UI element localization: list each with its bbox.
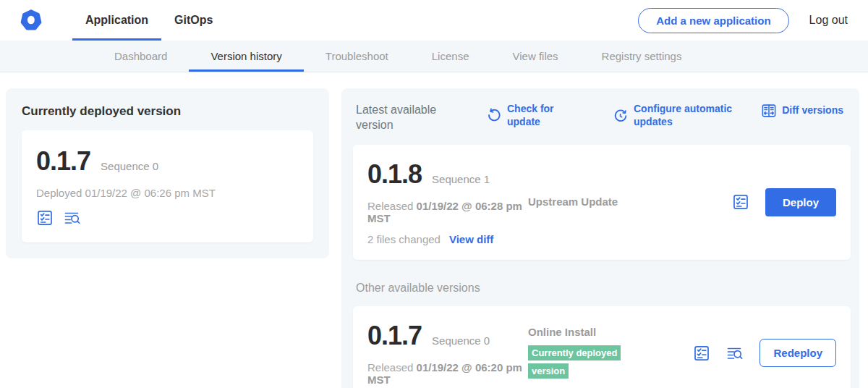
latest-sequence-label: Sequence 1: [432, 173, 490, 185]
latest-available-panel: Latest available version Check for updat…: [341, 88, 859, 388]
diff-versions-button[interactable]: Diff versions: [761, 103, 843, 119]
latest-source-label: Upstream Update: [528, 195, 618, 208]
latest-version-number: 0.1.8: [367, 159, 422, 190]
top-navbar: Application GitOps Add a new application…: [0, 0, 868, 41]
view-diff-link[interactable]: View diff: [449, 233, 493, 245]
refresh-icon: [486, 108, 502, 124]
other-released-timestamp: Released 01/19/22 @ 06:20 pm MST: [367, 361, 525, 386]
redeploy-button[interactable]: Redeploy: [760, 339, 836, 367]
subnav-item-troubleshoot[interactable]: Troubleshoot: [304, 41, 410, 72]
view-logs-icon[interactable]: [726, 345, 744, 362]
other-sequence-label: Sequence 0: [432, 334, 490, 347]
logout-link[interactable]: Log out: [809, 14, 848, 27]
sub-navbar: Dashboard Version history Troubleshoot L…: [0, 41, 868, 72]
currently-deployed-panel: Currently deployed version 0.1.7 Sequenc…: [6, 88, 329, 258]
deployed-version-card: 0.1.7 Sequence 0 Deployed 01/19/22 @ 06:…: [22, 130, 313, 242]
release-notes-checklist-icon[interactable]: [732, 193, 749, 211]
files-changed-label: 2 files changed: [367, 233, 441, 245]
deployed-sequence-label: Sequence 0: [101, 160, 158, 172]
topnav-tabs: Application GitOps: [72, 0, 226, 41]
latest-version-card: 0.1.8 Sequence 1 Released 01/19/22 @ 06:…: [353, 145, 851, 260]
release-notes-checklist-icon[interactable]: [36, 209, 54, 227]
other-version-number: 0.1.7: [367, 321, 422, 351]
tab-application[interactable]: Application: [72, 0, 161, 41]
other-source-label: Online Install: [528, 326, 693, 338]
app-logo[interactable]: [20, 0, 42, 41]
deploy-button[interactable]: Deploy: [765, 188, 836, 216]
add-application-button[interactable]: Add a new application: [638, 8, 788, 33]
release-notes-checklist-icon[interactable]: [693, 345, 710, 362]
configure-automatic-updates-label: Configure automatic updates: [634, 103, 735, 128]
currently-deployed-badge: Currently deployed version: [528, 345, 621, 379]
check-for-update-label: Check for update: [507, 103, 562, 128]
configure-automatic-updates-button[interactable]: Configure automatic updates: [613, 103, 735, 128]
deployed-version-number: 0.1.7: [36, 146, 90, 177]
deployed-timestamp: Deployed 01/19/22 @ 06:26 pm MST: [36, 187, 299, 199]
other-available-versions-title: Other available versions: [356, 282, 848, 295]
latest-available-title: Latest available version: [356, 103, 450, 133]
diff-table-icon: [761, 103, 777, 119]
app-logo-heptagon-icon: [20, 9, 42, 31]
auto-refresh-clock-icon: [613, 108, 629, 124]
latest-released-timestamp: Released 01/19/22 @ 06:28 pm MST: [367, 200, 525, 224]
check-for-update-button[interactable]: Check for update: [486, 103, 562, 128]
subnav-item-license[interactable]: License: [410, 41, 491, 72]
diff-versions-label: Diff versions: [782, 104, 843, 117]
other-version-card: 0.1.7 Sequence 0 Released 01/19/22 @ 06:…: [353, 306, 851, 388]
currently-deployed-title: Currently deployed version: [22, 104, 313, 119]
main-content: Currently deployed version 0.1.7 Sequenc…: [0, 72, 868, 388]
tab-gitops[interactable]: GitOps: [161, 0, 226, 41]
subnav-item-dashboard[interactable]: Dashboard: [93, 41, 189, 72]
view-logs-icon[interactable]: [64, 209, 81, 227]
subnav-item-version-history[interactable]: Version history: [189, 41, 303, 72]
subnav-item-registry-settings[interactable]: Registry settings: [580, 41, 704, 72]
subnav-item-view-files[interactable]: View files: [490, 41, 579, 72]
